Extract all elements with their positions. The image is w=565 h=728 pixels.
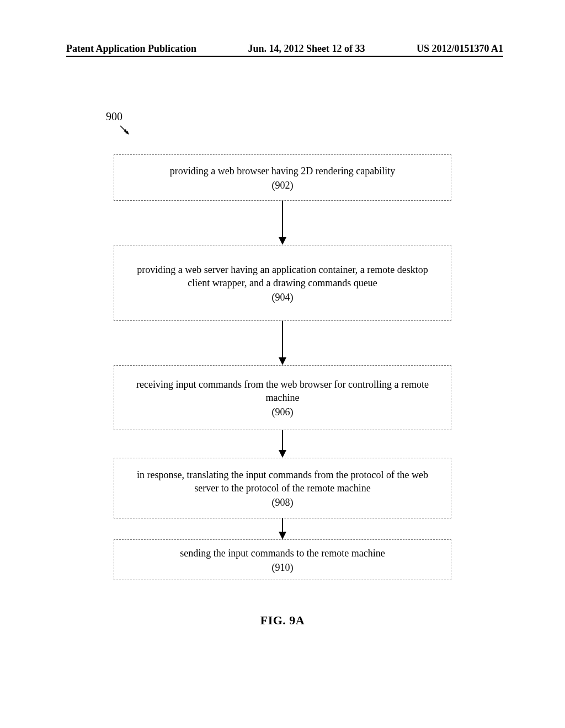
step-number: (910): [127, 561, 438, 574]
svg-marker-6: [279, 357, 286, 365]
step-text: sending the input commands to the remote…: [127, 547, 438, 560]
step-number: (902): [127, 179, 438, 192]
step-text: providing a web browser having 2D render…: [127, 164, 438, 178]
step-text: in response, translating the input comma…: [127, 468, 438, 495]
header-center: Jun. 14, 2012 Sheet 12 of 33: [248, 43, 365, 55]
page: Patent Application Publication Jun. 14, …: [0, 0, 565, 728]
step-number: (908): [127, 496, 438, 509]
arrow-down-icon: [277, 201, 288, 245]
step-text: providing a web server having an applica…: [127, 263, 438, 290]
flowchart-step: receiving input commands from the web br…: [114, 365, 451, 430]
step-number: (906): [127, 405, 438, 419]
reference-arrow-icon: [119, 125, 131, 137]
flowchart-step: sending the input commands to the remote…: [114, 539, 451, 580]
arrow-down-icon: [277, 518, 288, 539]
flowchart-step: providing a web browser having 2D render…: [114, 154, 451, 201]
arrow-down-icon: [277, 430, 288, 458]
arrow-down-icon: [277, 321, 288, 365]
flowchart: providing a web browser having 2D render…: [0, 154, 565, 628]
flowchart-step: providing a web server having an applica…: [114, 245, 451, 321]
step-number: (904): [127, 291, 438, 304]
svg-marker-4: [279, 237, 286, 245]
header-left: Patent Application Publication: [66, 43, 196, 55]
diagram-reference-number: 900: [106, 110, 122, 123]
flowchart-step: in response, translating the input comma…: [114, 458, 451, 518]
svg-marker-10: [279, 532, 286, 539]
figure-caption: FIG. 9A: [260, 613, 305, 628]
step-text: receiving input commands from the web br…: [127, 378, 438, 405]
page-header: Patent Application Publication Jun. 14, …: [66, 43, 503, 57]
svg-marker-8: [279, 450, 286, 458]
header-right: US 2012/0151370 A1: [417, 43, 503, 55]
